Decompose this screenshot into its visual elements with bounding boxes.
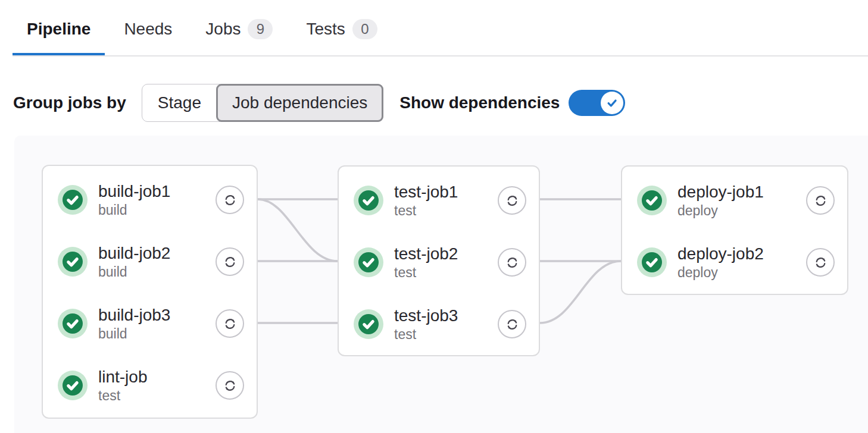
group-by-job-dependencies-button[interactable]: Job dependencies xyxy=(216,84,383,122)
group-by-stage-button[interactable]: Stage xyxy=(142,84,217,121)
tab-jobs[interactable]: Jobs 9 xyxy=(191,0,287,55)
toggle-knob xyxy=(601,92,623,114)
job-name-link[interactable]: test-job2 xyxy=(394,244,458,264)
status-success-icon xyxy=(58,185,88,215)
retry-job-button[interactable] xyxy=(216,309,244,338)
tab-label: Jobs xyxy=(205,19,241,39)
status-success-icon xyxy=(354,247,383,277)
check-icon xyxy=(605,96,619,110)
job-stage-label: deploy xyxy=(677,264,764,281)
tab-label: Pipeline xyxy=(27,19,90,39)
job-item: test-job3 test xyxy=(339,293,539,355)
job-item: test-job2 test xyxy=(339,231,539,293)
group-jobs-by-segmented-control: Stage Job dependencies xyxy=(142,84,383,122)
retry-icon xyxy=(504,193,520,209)
pipeline-graph-panel: build-job1 build b xyxy=(14,136,868,433)
job-group-card-deploy: deploy-job1 deploy xyxy=(621,165,848,295)
graph-controls: Group jobs by Stage Job dependencies Sho… xyxy=(13,83,625,123)
job-group-card-build: build-job1 build b xyxy=(42,165,258,419)
pipeline-page: Pipeline Needs Jobs 9 Tests 0 Group jobs… xyxy=(0,0,868,433)
retry-job-button[interactable] xyxy=(498,310,526,338)
job-stage-label: test xyxy=(394,202,458,219)
retry-job-button[interactable] xyxy=(216,247,244,276)
job-name-link[interactable]: lint-job xyxy=(98,367,147,387)
status-success-icon xyxy=(58,247,88,277)
retry-job-button[interactable] xyxy=(806,248,835,277)
job-name-link[interactable]: test-job1 xyxy=(394,182,458,202)
job-stage-label: deploy xyxy=(677,202,764,219)
dependency-link xyxy=(258,199,338,261)
job-name-link[interactable]: build-job3 xyxy=(98,305,170,325)
job-item: test-job1 test xyxy=(339,170,539,231)
retry-job-button[interactable] xyxy=(806,186,835,215)
show-dependencies-toggle[interactable] xyxy=(569,90,625,116)
tab-label: Tests xyxy=(306,19,345,39)
retry-job-button[interactable] xyxy=(498,186,526,215)
retry-icon xyxy=(504,316,520,332)
tests-count-badge: 0 xyxy=(352,19,377,39)
job-group-card-test: test-job1 test tes xyxy=(338,165,540,356)
job-item: deploy-job1 deploy xyxy=(622,170,847,231)
status-success-icon xyxy=(354,309,383,339)
retry-job-button[interactable] xyxy=(498,248,526,277)
job-name-link[interactable]: build-job1 xyxy=(98,181,170,202)
retry-icon xyxy=(222,254,238,270)
job-stage-label: build xyxy=(98,263,170,280)
status-success-icon xyxy=(354,186,383,215)
tab-needs[interactable]: Needs xyxy=(110,0,186,55)
status-success-icon xyxy=(637,247,667,277)
job-name-link[interactable]: test-job3 xyxy=(394,306,458,326)
job-item: build-job3 build xyxy=(43,293,257,354)
dependency-link xyxy=(540,261,621,323)
retry-icon xyxy=(222,316,238,332)
job-stage-label: test xyxy=(394,326,458,343)
job-name-link[interactable]: build-job2 xyxy=(98,243,170,263)
retry-icon xyxy=(222,192,238,208)
status-success-icon xyxy=(58,309,88,338)
tab-tests[interactable]: Tests 0 xyxy=(292,0,391,55)
status-success-icon xyxy=(58,371,88,400)
job-item: deploy-job2 deploy xyxy=(622,231,847,293)
retry-icon xyxy=(222,378,238,394)
retry-icon xyxy=(813,193,829,209)
retry-icon xyxy=(504,255,520,271)
show-dependencies-label: Show dependencies xyxy=(399,93,560,112)
job-stage-label: build xyxy=(98,325,170,342)
job-item: build-job2 build xyxy=(43,231,257,293)
tab-label: Needs xyxy=(124,19,172,39)
job-name-link[interactable]: deploy-job1 xyxy=(677,182,764,202)
job-stage-label: test xyxy=(394,264,458,281)
group-jobs-by-label: Group jobs by xyxy=(13,93,126,112)
job-name-link[interactable]: deploy-job2 xyxy=(677,244,764,264)
retry-job-button[interactable] xyxy=(216,186,244,214)
job-item: lint-job test xyxy=(43,354,257,416)
job-stage-label: build xyxy=(98,202,170,218)
pipeline-tabs: Pipeline Needs Jobs 9 Tests 0 xyxy=(13,0,868,57)
jobs-count-badge: 9 xyxy=(248,19,273,39)
status-success-icon xyxy=(637,186,667,215)
job-stage-label: test xyxy=(98,387,147,404)
job-item: build-job1 build xyxy=(43,169,257,231)
retry-icon xyxy=(813,255,829,271)
retry-job-button[interactable] xyxy=(216,371,244,400)
tab-pipeline[interactable]: Pipeline xyxy=(13,0,105,55)
